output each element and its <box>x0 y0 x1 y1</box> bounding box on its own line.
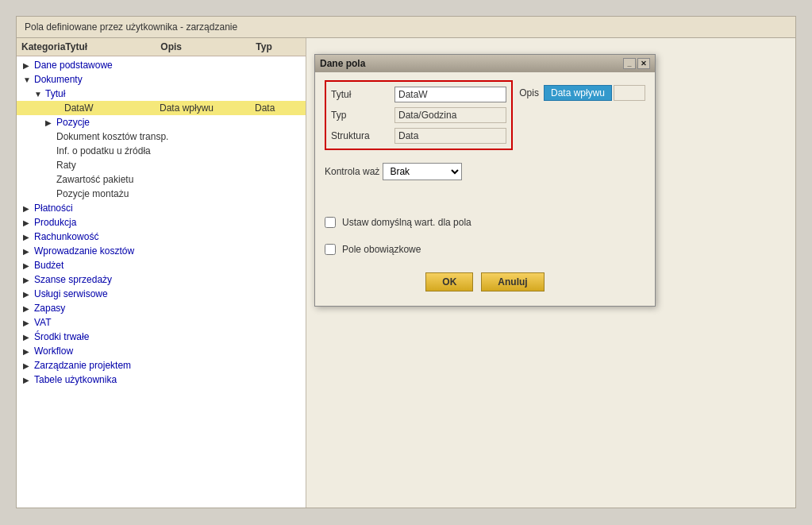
label-rachunkowosc: Rachunkowość <box>34 231 98 242</box>
label-budzet: Budżet <box>34 260 63 271</box>
checkbox-label-2: Pole obowiązkowe <box>342 244 421 255</box>
opis-section: Opis Data wpływu <box>519 85 645 101</box>
label-dane-podstawowe: Dane podstawowe <box>34 60 113 71</box>
tree-header: Kategoria Tytuł Opis Typ <box>17 38 306 56</box>
tree-item-uslugi[interactable]: ▶ Usługi serwisowe <box>17 287 306 301</box>
tree-item-dataw[interactable]: DataW Data wpływu Data <box>17 101 306 115</box>
opis-extra-field[interactable] <box>614 85 645 101</box>
tree-item-dokumenty[interactable]: ▼ Dokumenty <box>17 72 306 87</box>
struktura-label: Struktura <box>331 130 394 141</box>
typ-input[interactable] <box>394 107 506 123</box>
checkbox-label-1: Ustaw domyślną wart. dla pola <box>342 217 471 228</box>
typ-label: Typ <box>331 110 394 121</box>
tytul-label: Tytuł <box>331 89 394 100</box>
label-raty: Raty <box>56 160 76 171</box>
cancel-button[interactable]: Anuluj <box>481 272 544 291</box>
tree-item-workflow[interactable]: ▶ Workflow <box>17 344 306 358</box>
tree-item-inf-podatku[interactable]: Inf. o podatku u źródła <box>17 144 306 158</box>
kontrola-select[interactable]: Brak Tak Nie <box>383 163 462 180</box>
tree-item-budzet[interactable]: ▶ Budżet <box>17 258 306 272</box>
tree-item-wprowadzanie[interactable]: ▶ Wprowadzanie kosztów <box>17 244 306 258</box>
tree-item-pozycje-montazu[interactable]: Pozycje montażu <box>17 187 306 201</box>
ok-button[interactable]: OK <box>425 272 473 291</box>
label-inf-podatku: Inf. o podatku u źródła <box>56 145 151 156</box>
label-zawartosc: Zawartość pakietu <box>56 174 133 185</box>
label-dok-kosztow: Dokument kosztów transp. <box>56 131 168 142</box>
dialog-minimize-btn[interactable]: _ <box>623 58 636 69</box>
arrow-dane-podstawowe: ▶ <box>23 61 34 70</box>
tree-item-szanse[interactable]: ▶ Szanse sprzedaży <box>17 272 306 287</box>
label-tytul: Tytuł <box>45 88 65 99</box>
arrow-budzet: ▶ <box>23 261 34 270</box>
left-panel: Kategoria Tytuł Opis Typ ▶ Dane podstawo… <box>17 38 306 508</box>
tytul-input[interactable] <box>394 87 506 102</box>
arrow-srodki: ▶ <box>23 333 34 342</box>
tree-item-rachunkowosc[interactable]: ▶ Rachunkowość <box>17 230 306 244</box>
tree-item-zawartosc[interactable]: Zawartość pakietu <box>17 172 306 187</box>
label-pozycje: Pozycje <box>56 117 90 128</box>
main-window: Pola definiowane przez użytkownika - zar… <box>16 16 796 508</box>
tree-item-dok-kosztow[interactable]: Dokument kosztów transp. <box>17 129 306 144</box>
dialog-title-buttons: _ ✕ <box>623 58 650 69</box>
checkbox-row-1: Ustaw domyślną wart. dla pola <box>325 217 645 228</box>
label-uslugi: Usługi serwisowe <box>34 288 108 299</box>
arrow-rachunkowosc: ▶ <box>23 233 34 241</box>
label-platnosci: Płatności <box>34 203 73 214</box>
struktura-input[interactable] <box>394 128 506 144</box>
tree-item-pozycje[interactable]: ▶ Pozycje <box>17 115 306 129</box>
arrow-tytul: ▼ <box>34 90 45 98</box>
arrow-vat: ▶ <box>23 318 34 327</box>
arrow-dokumenty: ▼ <box>23 75 34 84</box>
label-zapasy: Zapasy <box>34 303 65 314</box>
window-title-text: Pola definiowane przez użytkownika - zar… <box>25 21 237 33</box>
tree-item-dane-podstawowe[interactable]: ▶ Dane podstawowe <box>17 58 306 72</box>
content-area: Kategoria Tytuł Opis Typ ▶ Dane podstawo… <box>17 38 795 508</box>
arrow-pozycje: ▶ <box>45 118 56 127</box>
dialog-content: Tytuł Typ Struktura <box>315 72 655 306</box>
opis-label: Opis <box>519 87 539 98</box>
tree-item-produkcja[interactable]: ▶ Produkcja <box>17 215 306 230</box>
checkbox-mandatory[interactable] <box>325 244 336 255</box>
arrow-zapasy: ▶ <box>23 304 34 313</box>
label-wprowadzanie: Wprowadzanie kosztów <box>34 245 134 257</box>
kontrola-label: Kontrola waż <box>325 166 379 177</box>
tree-item-zapasy[interactable]: ▶ Zapasy <box>17 301 306 315</box>
header-typ: Typ <box>256 41 303 52</box>
dialog-close-btn[interactable]: ✕ <box>637 58 650 69</box>
right-panel: Dane pola _ ✕ Tytuł <box>306 38 795 508</box>
label-produkcja: Produkcja <box>34 217 76 228</box>
opis-value[interactable]: Data wpływu <box>544 85 612 101</box>
label-workflow: Workflow <box>34 345 73 357</box>
arrow-platnosci: ▶ <box>23 204 34 213</box>
checkbox-default-value[interactable] <box>325 217 336 228</box>
tree-item-vat[interactable]: ▶ VAT <box>17 315 306 330</box>
cell-typ-dataw: Data <box>255 102 302 114</box>
kontrola-row: Kontrola waż Brak Tak Nie <box>325 163 645 180</box>
tree-item-platnosci[interactable]: ▶ Płatności <box>17 201 306 215</box>
dialog-titlebar: Dane pola _ ✕ <box>315 55 655 72</box>
dialog-title: Dane pola <box>320 58 365 69</box>
tytul-row: Tytuł <box>331 87 506 102</box>
struktura-row: Struktura <box>331 128 506 144</box>
tree-item-zarzadzanie[interactable]: ▶ Zarządzanie projektem <box>17 358 306 373</box>
tree-item-srodki[interactable]: ▶ Środki trwałe <box>17 330 306 344</box>
arrow-uslugi: ▶ <box>23 290 34 299</box>
tree-body: ▶ Dane podstawowe ▼ Dokumenty ▼ Tytuł <box>17 56 306 388</box>
label-szanse: Szanse sprzedaży <box>34 274 112 285</box>
tree-item-tytul[interactable]: ▼ Tytuł <box>17 87 306 101</box>
label-vat: VAT <box>34 317 52 328</box>
red-border-section: Tytuł Typ Struktura <box>325 80 513 150</box>
dialog-dane-pola: Dane pola _ ✕ Tytuł <box>314 54 656 307</box>
cell-opis-dataw: Data wpływu <box>160 102 255 114</box>
dialog-buttons: OK Anuluj <box>325 264 645 298</box>
header-kategoria: Kategoria <box>21 41 65 52</box>
tree-item-raty[interactable]: Raty <box>17 158 306 172</box>
header-opis: Opis <box>160 41 256 52</box>
typ-row: Typ <box>331 107 506 123</box>
label-srodki: Środki trwałe <box>34 331 89 342</box>
spacer2 <box>325 237 645 244</box>
label-pozycje-montazu: Pozycje montażu <box>56 188 129 199</box>
arrow-tabele: ▶ <box>23 376 34 384</box>
label-zarzadzanie: Zarządzanie projektem <box>34 360 131 371</box>
tree-item-tabele[interactable]: ▶ Tabele użytkownika <box>17 373 306 387</box>
